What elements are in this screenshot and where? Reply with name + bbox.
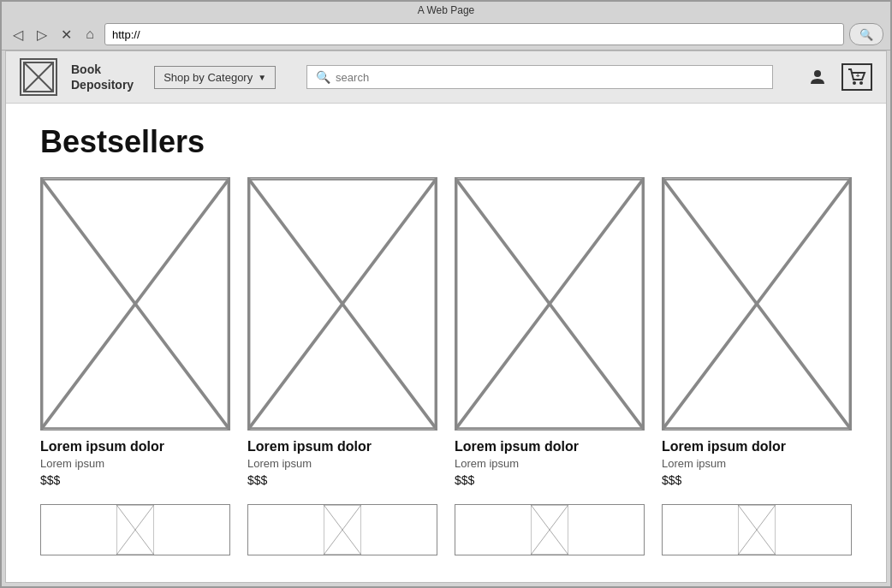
logo-svg [23, 62, 54, 92]
account-icon[interactable] [804, 63, 831, 91]
products-grid: Lorem ipsum dolor Lorem ipsum $$$ Lorem … [40, 177, 852, 564]
product-title: Lorem ipsum dolor [662, 439, 852, 454]
search-icon: 🔍 [316, 70, 330, 84]
product-price: $$$ [662, 473, 852, 487]
product-image [662, 177, 852, 431]
browser-title-bar: A Web Page [2, 2, 890, 19]
main-content: Bestsellers Lorem ipsum dolor Lorem ipsu… [6, 104, 886, 582]
svg-point-4 [853, 81, 856, 85]
product-card[interactable] [40, 504, 230, 564]
browser-window: A Web Page ◁ ▷ ✕ ⌂ 🔍 Book Depository [0, 0, 892, 588]
svg-point-3 [814, 70, 821, 77]
back-button[interactable]: ◁ [9, 25, 27, 44]
site-search-bar[interactable]: 🔍 [306, 65, 773, 89]
product-card[interactable]: Lorem ipsum dolor Lorem ipsum $$$ [247, 177, 437, 487]
site-navbar: Book Depository Shop by Category ▼ 🔍 [6, 51, 886, 104]
product-card[interactable] [455, 504, 645, 564]
chevron-down-icon: ▼ [258, 73, 266, 82]
category-label: Shop by Category [164, 71, 253, 84]
search-input[interactable] [336, 71, 764, 84]
nav-icons: + [804, 63, 872, 91]
product-card[interactable] [662, 504, 852, 564]
product-subtitle: Lorem ipsum [455, 457, 645, 470]
browser-toolbar: ◁ ▷ ✕ ⌂ 🔍 [2, 19, 890, 50]
product-subtitle: Lorem ipsum [247, 457, 437, 470]
svg-point-5 [859, 81, 863, 85]
svg-text:+: + [856, 72, 860, 80]
address-bar[interactable] [104, 23, 844, 45]
cart-icon[interactable]: + [841, 63, 872, 91]
product-subtitle: Lorem ipsum [40, 457, 230, 470]
website-content: Book Depository Shop by Category ▼ 🔍 [5, 50, 887, 583]
forward-button[interactable]: ▷ [33, 25, 51, 44]
home-button[interactable]: ⌂ [80, 25, 99, 44]
product-title: Lorem ipsum dolor [40, 439, 230, 454]
browser-title: A Web Page [418, 4, 475, 16]
logo-icon [20, 58, 57, 96]
page-title: Bestsellers [40, 124, 852, 160]
category-dropdown-button[interactable]: Shop by Category ▼ [154, 66, 276, 89]
product-image [40, 177, 230, 431]
product-title: Lorem ipsum dolor [455, 439, 645, 454]
product-image [247, 177, 437, 431]
product-image [247, 504, 437, 555]
browser-search-button[interactable]: 🔍 [849, 23, 883, 45]
product-card[interactable]: Lorem ipsum dolor Lorem ipsum $$$ [662, 177, 852, 487]
product-card[interactable]: Lorem ipsum dolor Lorem ipsum $$$ [40, 177, 230, 487]
logo-text: Book Depository [71, 62, 134, 92]
product-price: $$$ [247, 473, 437, 487]
product-price: $$$ [455, 473, 645, 487]
product-image [40, 504, 230, 555]
close-button[interactable]: ✕ [56, 25, 75, 44]
browser-search-icon: 🔍 [859, 28, 873, 41]
product-title: Lorem ipsum dolor [247, 439, 437, 454]
product-image [455, 504, 645, 555]
product-price: $$$ [40, 473, 230, 487]
product-image [662, 504, 852, 555]
product-subtitle: Lorem ipsum [662, 457, 852, 470]
product-card[interactable]: Lorem ipsum dolor Lorem ipsum $$$ [455, 177, 645, 487]
product-image [455, 177, 645, 431]
product-card[interactable] [247, 504, 437, 564]
